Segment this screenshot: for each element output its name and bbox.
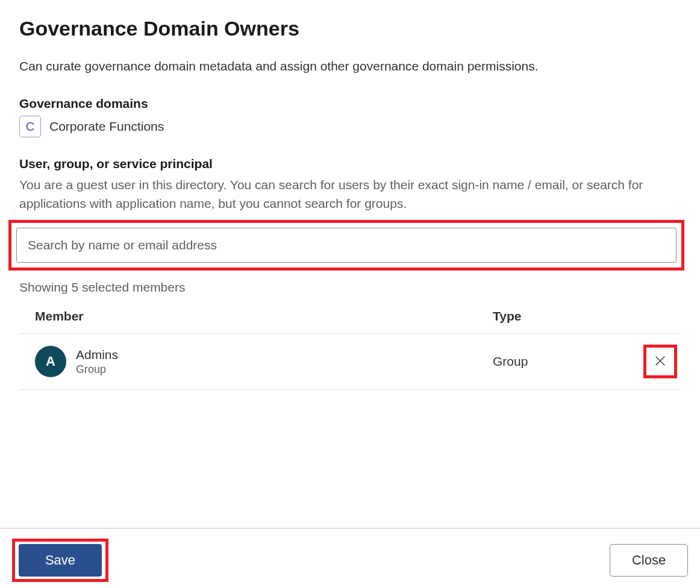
principal-label: User, group, or service principal — [19, 157, 681, 171]
principal-help: You are a guest user in this directory. … — [19, 176, 681, 213]
save-button[interactable]: Save — [19, 544, 102, 577]
member-cell: A Admins Group — [35, 346, 493, 377]
domain-letter-icon: C — [19, 116, 41, 137]
search-highlight — [8, 220, 684, 271]
remove-highlight — [643, 345, 677, 378]
page-subtitle: Can curate governance domain metadata an… — [19, 57, 681, 75]
col-header-type: Type — [493, 309, 681, 324]
avatar: A — [35, 346, 66, 377]
domain-item: C Corporate Functions — [19, 116, 681, 137]
type-cell: Group — [493, 354, 643, 369]
footer: Save Close — [0, 528, 700, 588]
domains-label: Governance domains — [19, 96, 681, 111]
domain-name: Corporate Functions — [49, 119, 164, 134]
close-icon — [654, 354, 667, 369]
table-row: A Admins Group Group — [19, 334, 681, 390]
member-name: Admins — [76, 348, 118, 362]
save-highlight: Save — [12, 539, 108, 582]
close-button[interactable]: Close — [610, 544, 688, 577]
search-input[interactable] — [16, 228, 677, 263]
members-count: Showing 5 selected members — [19, 280, 681, 295]
table-header: Member Type — [19, 309, 681, 334]
page-title: Governance Domain Owners — [19, 17, 681, 40]
members-table: Member Type A Admins Group Group — [19, 309, 681, 390]
member-subtype: Group — [76, 363, 118, 376]
col-header-member: Member — [35, 309, 493, 324]
remove-member-button[interactable] — [650, 351, 670, 372]
